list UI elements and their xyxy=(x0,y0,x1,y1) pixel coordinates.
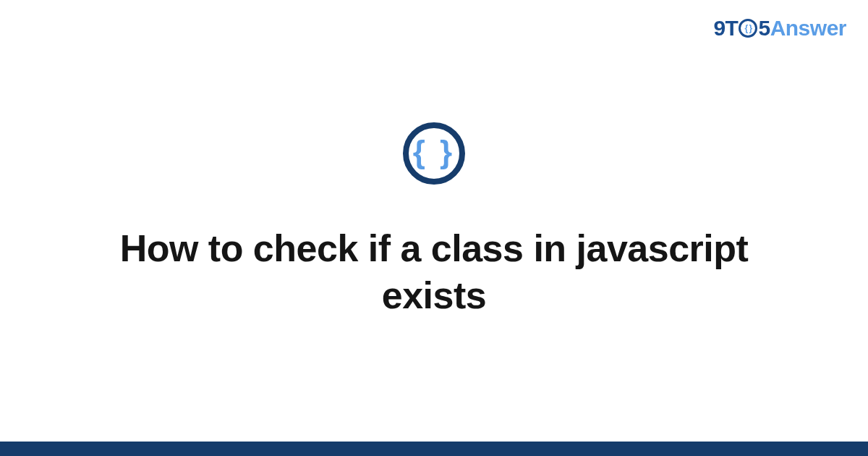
main-content: { } How to check if a class in javascrip… xyxy=(0,0,868,442)
footer-accent-bar xyxy=(0,442,868,456)
category-icon: { } xyxy=(403,122,465,185)
braces-icon: { } xyxy=(413,136,455,168)
page-title: How to check if a class in javascript ex… xyxy=(109,225,760,319)
